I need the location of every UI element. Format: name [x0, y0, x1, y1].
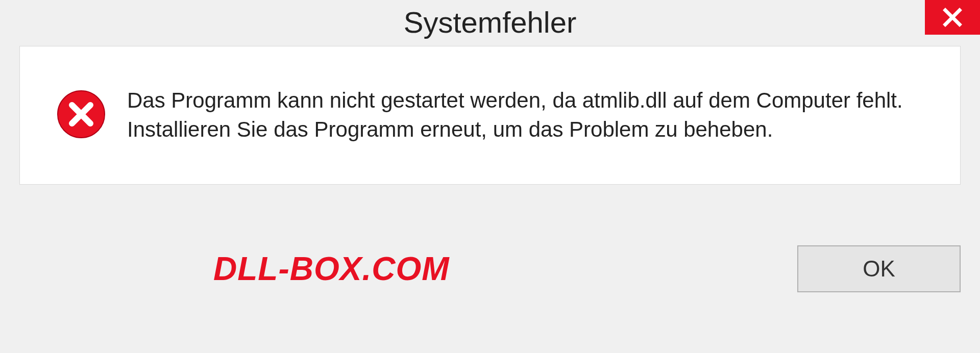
dialog-title: Systemfehler: [404, 5, 576, 39]
close-icon: [942, 7, 963, 28]
close-button[interactable]: [925, 0, 980, 35]
error-dialog: Systemfehler Das Programm kann nicht ges…: [0, 0, 980, 353]
error-icon: [56, 89, 107, 142]
ok-button[interactable]: OK: [797, 245, 961, 292]
dialog-footer: DLL-BOX.COM OK: [0, 185, 980, 353]
watermark-text: DLL-BOX.COM: [213, 250, 450, 288]
error-message: Das Programm kann nicht gestartet werden…: [127, 86, 924, 144]
titlebar: Systemfehler: [0, 0, 980, 46]
content-area: Das Programm kann nicht gestartet werden…: [19, 46, 961, 185]
